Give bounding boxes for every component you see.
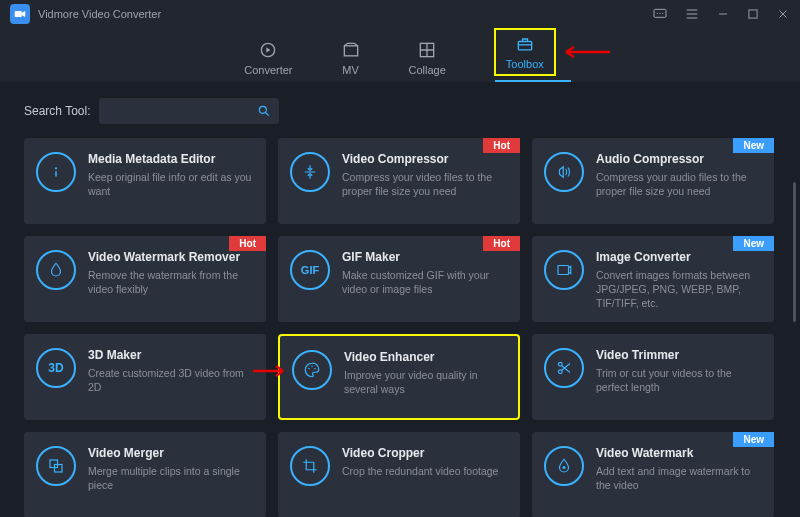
tool-title: Audio Compressor [596,152,762,166]
svg-rect-18 [50,460,58,468]
svg-point-3 [659,13,660,14]
svg-point-13 [308,368,310,370]
nav-collage[interactable]: Collage [409,40,446,76]
tool-desc: Trim or cut your videos to the perfect l… [596,366,762,394]
tool-desc: Add text and image watermark to the vide… [596,464,762,492]
tool-desc: Make customized GIF with your video or i… [342,268,508,296]
tool-desc: Compress your audio files to the proper … [596,170,762,198]
app-title: Vidmore Video Converter [38,8,161,20]
annotation-arrow-icon [560,44,610,60]
merge-icon [36,446,76,486]
tool-title: Video Compressor [342,152,508,166]
top-nav: Converter MV Collage Toolbox [0,28,800,82]
crop-icon [290,446,330,486]
tool-title: Video Cropper [342,446,498,460]
tool-image-converter[interactable]: New Image ConverterConvert images format… [532,236,774,322]
gif-icon: GIF [290,250,330,290]
search-row: Search Tool: [24,98,784,124]
tool-title: Video Merger [88,446,254,460]
tools-grid: Media Metadata EditorKeep original file … [24,138,784,517]
titlebar-controls [652,6,790,22]
tool-media-metadata-editor[interactable]: Media Metadata EditorKeep original file … [24,138,266,224]
collage-icon [417,40,437,60]
tool-video-enhancer[interactable]: Video EnhancerImprove your video quality… [278,334,520,420]
search-input[interactable] [99,98,279,124]
svg-rect-7 [344,46,357,56]
tool-video-merger[interactable]: Video MergerMerge multiple clips into a … [24,432,266,517]
nav-label: MV [342,64,359,76]
svg-point-15 [314,368,316,370]
tool-3d-maker[interactable]: 3D 3D MakerCreate customized 3D video fr… [24,334,266,420]
palette-icon [292,350,332,390]
nav-label: Collage [409,64,446,76]
content-area: Search Tool: Media Metadata EditorKeep o… [0,82,800,517]
droplet-icon [36,250,76,290]
annotation-arrow-icon [253,364,289,378]
svg-rect-0 [15,11,22,17]
new-badge: New [733,236,774,251]
tool-video-trimmer[interactable]: Video TrimmerTrim or cut your videos to … [532,334,774,420]
nav-converter[interactable]: Converter [244,40,292,76]
svg-point-4 [662,13,663,14]
watermark-icon [544,446,584,486]
tool-desc: Convert images formats between JPG/JPEG,… [596,268,762,311]
audio-compress-icon [544,152,584,192]
search-label: Search Tool: [24,104,91,118]
3d-icon: 3D [36,348,76,388]
titlebar: Vidmore Video Converter [0,0,800,28]
svg-rect-5 [749,10,757,18]
menu-icon[interactable] [684,6,700,22]
maximize-icon[interactable] [746,7,760,21]
hot-badge: Hot [483,138,520,153]
tool-title: Video Watermark [596,446,762,460]
app-logo [10,4,30,24]
tool-video-watermark-remover[interactable]: Hot Video Watermark RemoverRemove the wa… [24,236,266,322]
tool-title: GIF Maker [342,250,508,264]
tool-desc: Create customized 3D video from 2D [88,366,254,394]
tool-desc: Remove the watermark from the video flex… [88,268,254,296]
tool-video-compressor[interactable]: Hot Video CompressorCompress your video … [278,138,520,224]
svg-rect-9 [518,42,531,50]
tool-video-cropper[interactable]: Video CropperCrop the redundant video fo… [278,432,520,517]
feedback-icon[interactable] [652,6,668,22]
minimize-icon[interactable] [716,7,730,21]
tool-desc: Crop the redundant video footage [342,464,498,478]
tool-desc: Merge multiple clips into a single piece [88,464,254,492]
tool-title: Video Enhancer [344,350,506,364]
svg-point-2 [657,13,658,14]
info-icon [36,152,76,192]
tool-gif-maker[interactable]: Hot GIF GIF MakerMake customized GIF wit… [278,236,520,322]
nav-label: Toolbox [506,58,544,70]
tool-title: Video Trimmer [596,348,762,362]
tool-audio-compressor[interactable]: New Audio CompressorCompress your audio … [532,138,774,224]
new-badge: New [733,138,774,153]
close-icon[interactable] [776,7,790,21]
tool-desc: Compress your video files to the proper … [342,170,508,198]
nav-toolbox-highlight: Toolbox [494,28,556,76]
camera-icon [13,7,27,21]
svg-point-11 [55,167,57,169]
nav-mv[interactable]: MV [341,40,361,76]
svg-rect-12 [558,266,569,275]
mv-icon [341,40,361,60]
nav-toolbox[interactable]: Toolbox [506,34,544,70]
tool-video-watermark[interactable]: New Video WatermarkAdd text and image wa… [532,432,774,517]
new-badge: New [733,432,774,447]
image-convert-icon [544,250,584,290]
svg-point-14 [311,366,313,368]
compress-icon [290,152,330,192]
svg-point-17 [558,370,562,374]
svg-point-10 [259,106,266,113]
tools-grid-wrap: Media Metadata EditorKeep original file … [24,138,784,517]
svg-rect-19 [55,465,63,473]
svg-point-16 [558,362,562,366]
tool-title: 3D Maker [88,348,254,362]
scrollbar[interactable] [793,182,796,322]
tool-desc: Keep original file info or edit as you w… [88,170,254,198]
tool-title: Media Metadata Editor [88,152,254,166]
toolbox-icon [515,34,535,54]
hot-badge: Hot [483,236,520,251]
tool-title: Video Watermark Remover [88,250,254,264]
tool-title: Image Converter [596,250,762,264]
hot-badge: Hot [229,236,266,251]
